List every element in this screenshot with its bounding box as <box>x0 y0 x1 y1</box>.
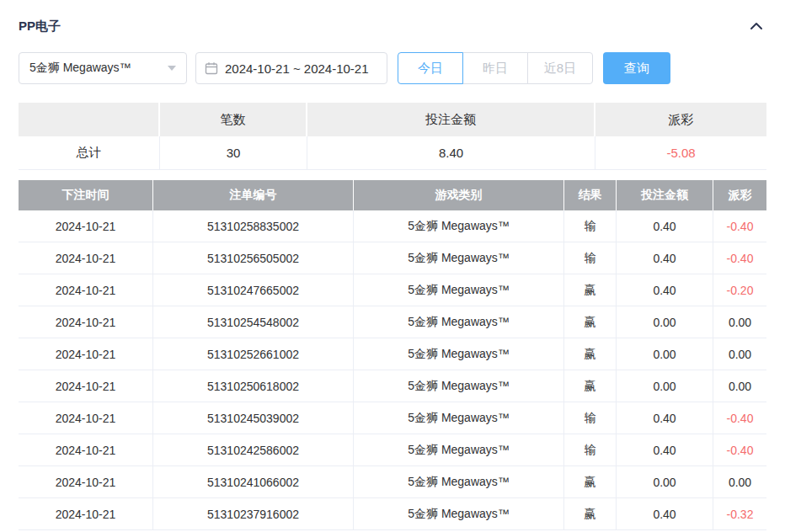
payout-cell: 0.00 <box>713 466 766 498</box>
order-id-cell: 51310247665002 <box>153 274 354 306</box>
bet-time-cell: 2024-10-21 <box>19 274 153 306</box>
table-header-order-id: 注单编号 <box>153 180 354 210</box>
order-id-cell: 51310252661002 <box>153 338 354 370</box>
game-type-cell: 5金狮 Megaways™ <box>354 306 564 338</box>
bet-time-cell: 2024-10-21 <box>19 434 153 466</box>
game-type-cell: 5金狮 Megaways™ <box>354 466 564 498</box>
bet-amount-cell: 0.40 <box>617 274 713 306</box>
search-button[interactable]: 查询 <box>603 52 670 84</box>
bet-amount-cell: 0.00 <box>617 338 713 370</box>
order-id-cell: 51310254548002 <box>153 306 354 338</box>
summary-total-label: 总计 <box>19 136 160 170</box>
table-row: 2024-10-21 51310252661002 5金狮 Megaways™ … <box>19 338 766 370</box>
summary-header-blank <box>19 103 160 136</box>
summary-header-payout: 派彩 <box>595 103 766 136</box>
table-header-bet-amount: 投注金额 <box>617 180 713 210</box>
order-id-cell: 51310256505002 <box>153 242 354 274</box>
table-header-result: 结果 <box>564 180 617 210</box>
bet-amount-cell: 0.00 <box>617 306 713 338</box>
bet-amount-cell: 0.40 <box>617 402 713 434</box>
table-header-row: 下注时间 注单编号 游戏类别 结果 投注金额 派彩 <box>19 180 766 210</box>
game-type-cell: 5金狮 Megaways™ <box>354 242 564 274</box>
game-type-cell: 5金狮 Megaways™ <box>354 402 564 434</box>
table-row: 2024-10-21 51310237916002 5金狮 Megaways™ … <box>19 498 766 530</box>
bet-amount-cell: 0.00 <box>617 466 713 498</box>
result-cell: 赢 <box>564 498 617 530</box>
bet-amount-cell: 0.40 <box>617 242 713 274</box>
summary-total-payout: -5.08 <box>595 136 766 170</box>
payout-cell: -0.32 <box>713 498 766 530</box>
panel-header: PP电子 <box>19 0 766 35</box>
table-row: 2024-10-21 51310256505002 5金狮 Megaways™ … <box>19 242 766 274</box>
payout-cell: 0.00 <box>713 306 766 338</box>
payout-cell: -0.40 <box>713 434 766 466</box>
game-type-cell: 5金狮 Megaways™ <box>354 210 564 242</box>
table-row: 2024-10-21 51310254548002 5金狮 Megaways™ … <box>19 306 766 338</box>
payout-cell: -0.40 <box>713 402 766 434</box>
order-id-cell: 51310242586002 <box>153 434 354 466</box>
result-cell: 输 <box>564 242 617 274</box>
game-type-cell: 5金狮 Megaways™ <box>354 274 564 306</box>
quick-filter-last8days[interactable]: 近8日 <box>527 52 593 84</box>
order-id-cell: 51310258835002 <box>153 210 354 242</box>
order-id-cell: 51310245039002 <box>153 402 354 434</box>
payout-cell: -0.40 <box>713 242 766 274</box>
table-row: 2024-10-21 51310258835002 5金狮 Megaways™ … <box>19 210 766 242</box>
chevron-up-icon <box>750 21 763 31</box>
table-header-payout: 派彩 <box>713 180 766 210</box>
game-type-cell: 5金狮 Megaways™ <box>354 498 564 530</box>
bet-amount-cell: 0.40 <box>617 210 713 242</box>
bet-amount-cell: 0.40 <box>617 498 713 530</box>
result-cell: 输 <box>564 210 617 242</box>
date-range-input[interactable]: 2024-10-21 ~ 2024-10-21 <box>195 52 387 84</box>
table-header-game-type: 游戏类别 <box>354 180 564 210</box>
summary-table: 笔数 投注金额 派彩 总计 30 8.40 -5.08 <box>19 103 766 170</box>
bet-time-cell: 2024-10-21 <box>19 242 153 274</box>
collapse-chevron-icon[interactable] <box>746 18 766 35</box>
table-header-bet-time: 下注时间 <box>19 180 153 210</box>
payout-cell: -0.20 <box>713 274 766 306</box>
records-panel: PP电子 5金狮 Megaways™ 2024-10-21 ~ 2024-10-… <box>0 0 785 532</box>
summary-header-count: 笔数 <box>160 103 307 136</box>
bet-time-cell: 2024-10-21 <box>19 370 153 402</box>
bet-time-cell: 2024-10-21 <box>19 338 153 370</box>
game-select[interactable]: 5金狮 Megaways™ <box>19 52 187 84</box>
chevron-down-icon <box>168 66 176 71</box>
result-cell: 赢 <box>564 370 617 402</box>
bet-records-table: 下注时间 注单编号 游戏类别 结果 投注金额 派彩 2024-10-21 513… <box>19 180 766 530</box>
order-id-cell: 51310250618002 <box>153 370 354 402</box>
bet-time-cell: 2024-10-21 <box>19 466 153 498</box>
payout-cell: -0.40 <box>713 210 766 242</box>
bet-time-cell: 2024-10-21 <box>19 210 153 242</box>
result-cell: 输 <box>564 434 617 466</box>
quick-filter-today[interactable]: 今日 <box>398 52 463 84</box>
quick-date-button-group: 今日 昨日 近8日 <box>398 52 593 84</box>
bet-time-cell: 2024-10-21 <box>19 498 153 530</box>
result-cell: 输 <box>564 402 617 434</box>
game-select-value: 5金狮 Megaways™ <box>29 61 131 76</box>
summary-header-row: 笔数 投注金额 派彩 <box>19 103 766 136</box>
result-cell: 赢 <box>564 274 617 306</box>
game-type-cell: 5金狮 Megaways™ <box>354 370 564 402</box>
payout-cell: 0.00 <box>713 338 766 370</box>
bet-amount-cell: 0.40 <box>617 434 713 466</box>
result-cell: 赢 <box>564 466 617 498</box>
bet-time-cell: 2024-10-21 <box>19 402 153 434</box>
summary-total-row: 总计 30 8.40 -5.08 <box>19 136 766 170</box>
date-range-value: 2024-10-21 ~ 2024-10-21 <box>225 61 369 76</box>
table-row: 2024-10-21 51310241066002 5金狮 Megaways™ … <box>19 466 766 498</box>
result-cell: 赢 <box>564 306 617 338</box>
payout-cell: 0.00 <box>713 370 766 402</box>
game-type-cell: 5金狮 Megaways™ <box>354 434 564 466</box>
summary-total-count: 30 <box>160 136 307 170</box>
order-id-cell: 51310241066002 <box>153 466 354 498</box>
table-row: 2024-10-21 51310245039002 5金狮 Megaways™ … <box>19 402 766 434</box>
bet-time-cell: 2024-10-21 <box>19 306 153 338</box>
summary-total-bet: 8.40 <box>307 136 595 170</box>
result-cell: 赢 <box>564 338 617 370</box>
table-row: 2024-10-21 51310250618002 5金狮 Megaways™ … <box>19 370 766 402</box>
page-title: PP电子 <box>19 19 61 35</box>
table-row: 2024-10-21 51310242586002 5金狮 Megaways™ … <box>19 434 766 466</box>
quick-filter-yesterday[interactable]: 昨日 <box>462 52 528 84</box>
calendar-icon <box>205 61 218 75</box>
